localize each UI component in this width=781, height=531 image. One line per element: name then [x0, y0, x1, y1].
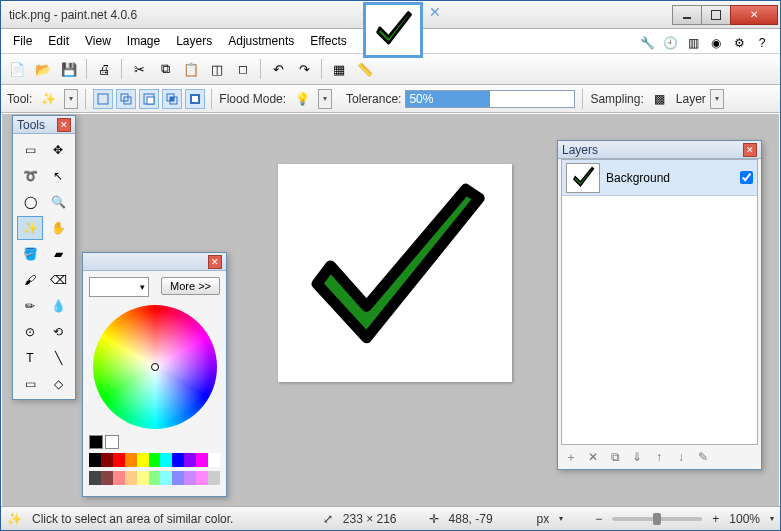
merge-down-button[interactable]: ⇓ — [628, 448, 646, 466]
menu-adjustments[interactable]: Adjustments — [220, 31, 302, 51]
wand-icon: ✨ — [7, 512, 22, 526]
new-button[interactable] — [5, 57, 29, 81]
colors-more-button[interactable]: More >> — [161, 277, 220, 295]
zoom-value: 100% — [729, 512, 760, 526]
menu-effects[interactable]: Effects — [302, 31, 354, 51]
menu-edit[interactable]: Edit — [40, 31, 77, 51]
tool-text[interactable]: T — [17, 346, 43, 370]
selection-replace-button[interactable] — [93, 89, 113, 109]
tool-paintbrush[interactable]: 🖌 — [17, 268, 43, 292]
move-down-button[interactable]: ↓ — [672, 448, 690, 466]
document-close-icon[interactable] — [427, 4, 443, 20]
history-toggle-icon[interactable]: 🕘 — [660, 33, 680, 53]
sampling-label: Sampling: — [590, 92, 643, 106]
tolerance-value: 50% — [409, 92, 433, 106]
layer-name: Background — [606, 171, 670, 185]
cursor-icon: ✛ — [429, 512, 439, 526]
zoom-dropdown[interactable]: ▾ — [770, 514, 774, 523]
tools-panel-close[interactable] — [57, 118, 71, 132]
move-up-button[interactable]: ↑ — [650, 448, 668, 466]
zoom-slider[interactable] — [612, 517, 702, 521]
secondary-color-swatch[interactable] — [105, 435, 119, 449]
selection-subtract-button[interactable] — [139, 89, 159, 109]
tool-rectangle[interactable]: ▭ — [17, 372, 43, 396]
color-palette-2[interactable] — [89, 471, 220, 485]
flood-mode-icon[interactable]: 💡 — [290, 87, 314, 111]
color-palette[interactable] — [89, 453, 220, 467]
settings-icon[interactable]: ⚙ — [729, 33, 749, 53]
layers-toggle-icon[interactable]: ▥ — [683, 33, 703, 53]
layer-properties-button[interactable]: ✎ — [694, 448, 712, 466]
maximize-button[interactable] — [701, 5, 731, 25]
tolerance-slider[interactable]: 50% — [405, 90, 575, 108]
zoom-in-button[interactable]: + — [712, 512, 719, 526]
tool-shapes[interactable]: ◇ — [45, 372, 71, 396]
undo-button[interactable] — [266, 57, 290, 81]
tool-magic-wand[interactable]: ✨ — [17, 216, 43, 240]
selection-add-button[interactable] — [116, 89, 136, 109]
paste-button[interactable] — [179, 57, 203, 81]
cut-button[interactable] — [127, 57, 151, 81]
tolerance-label: Tolerance: — [346, 92, 401, 106]
tool-eraser[interactable]: ⌫ — [45, 268, 71, 292]
rulers-button[interactable] — [353, 57, 377, 81]
document-thumbnail[interactable] — [363, 2, 423, 58]
menu-image[interactable]: Image — [119, 31, 168, 51]
print-button[interactable] — [92, 57, 116, 81]
crop-button[interactable] — [205, 57, 229, 81]
flood-mode-dropdown[interactable]: ▾ — [318, 89, 332, 109]
selection-invert-button[interactable] — [185, 89, 205, 109]
zoom-out-button[interactable]: − — [595, 512, 602, 526]
menu-file[interactable]: File — [5, 31, 40, 51]
colors-panel: More >> — [82, 252, 227, 497]
tool-recolor[interactable]: ⟲ — [45, 320, 71, 344]
menu-view[interactable]: View — [77, 31, 119, 51]
active-tool-icon[interactable]: ✨ — [36, 87, 60, 111]
deselect-button[interactable]: ◻ — [231, 57, 255, 81]
unit-dropdown[interactable]: ▾ — [559, 514, 563, 523]
selection-intersect-button[interactable] — [162, 89, 182, 109]
layers-panel: Layers Background ＋ ✕ ⧉ ⇓ ↑ ↓ ✎ — [557, 140, 762, 470]
layers-panel-close[interactable] — [743, 143, 757, 157]
tool-clone-stamp[interactable]: ⊙ — [17, 320, 43, 344]
tool-gradient[interactable]: ▰ — [45, 242, 71, 266]
add-layer-button[interactable]: ＋ — [562, 448, 580, 466]
tool-color-picker[interactable]: 💧 — [45, 294, 71, 318]
redo-button[interactable] — [292, 57, 316, 81]
pixel-grid-button[interactable] — [327, 57, 351, 81]
tool-line[interactable]: ╲ — [45, 346, 71, 370]
layer-row[interactable]: Background — [562, 160, 757, 196]
close-button[interactable] — [730, 5, 778, 25]
tool-pan[interactable]: ✋ — [45, 216, 71, 240]
minimize-button[interactable] — [672, 5, 702, 25]
copy-button[interactable] — [153, 57, 177, 81]
open-button[interactable] — [31, 57, 55, 81]
tool-rect-select[interactable]: ▭ — [17, 138, 43, 162]
tool-dropdown[interactable]: ▾ — [64, 89, 78, 109]
delete-layer-button[interactable]: ✕ — [584, 448, 602, 466]
tool-zoom[interactable]: 🔍 — [45, 190, 71, 214]
tool-pencil[interactable]: ✏ — [17, 294, 43, 318]
svg-rect-9 — [192, 96, 198, 102]
tools-toggle-icon[interactable]: 🔧 — [637, 33, 657, 53]
colors-panel-close[interactable] — [208, 255, 222, 269]
colors-toggle-icon[interactable]: ◉ — [706, 33, 726, 53]
primary-secondary-dropdown[interactable] — [89, 277, 149, 297]
tool-move-selection[interactable]: ✥ — [45, 138, 71, 162]
menu-layers[interactable]: Layers — [168, 31, 220, 51]
svg-rect-4 — [147, 97, 154, 104]
layer-visibility-checkbox[interactable] — [740, 171, 753, 184]
sampling-dropdown[interactable]: ▾ — [710, 89, 724, 109]
color-wheel[interactable] — [93, 305, 217, 429]
primary-color-swatch[interactable] — [89, 435, 103, 449]
sampling-icon[interactable]: ▩ — [648, 87, 672, 111]
save-button[interactable] — [57, 57, 81, 81]
tool-lasso[interactable]: ➰ — [17, 164, 43, 188]
help-icon[interactable]: ? — [752, 33, 772, 53]
duplicate-layer-button[interactable]: ⧉ — [606, 448, 624, 466]
tool-move-pixels[interactable]: ↖ — [45, 164, 71, 188]
tool-ellipse-select[interactable]: ◯ — [17, 190, 43, 214]
tool-paint-bucket[interactable]: 🪣 — [17, 242, 43, 266]
tool-label: Tool: — [7, 92, 32, 106]
canvas[interactable] — [278, 164, 512, 382]
